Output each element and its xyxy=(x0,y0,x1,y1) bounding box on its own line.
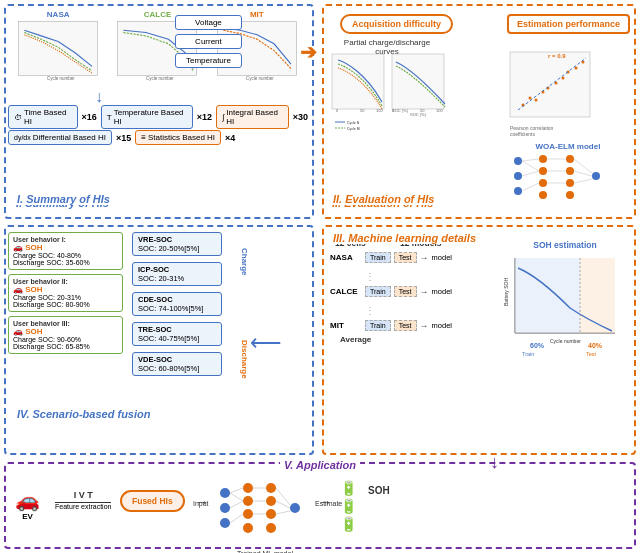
clock-icon: ⏱ xyxy=(14,113,22,122)
behavior-3: User behavior III: 🚗 SOH Charge SOC: 90-… xyxy=(8,316,123,354)
integral-icon: ∫ xyxy=(222,113,224,122)
woaelm-label: WOA-ELM model xyxy=(508,142,628,151)
section-II-title: II. Evaluation of HIs xyxy=(330,193,437,205)
svg-line-56 xyxy=(574,159,592,173)
nasa-row: NASA Train Test → model xyxy=(330,252,515,263)
nasa-chart-svg: Capacity Cycle number xyxy=(10,19,106,81)
soh-curve-svg: Battery SOH Cycle number 60% 40% Train T… xyxy=(500,253,620,363)
vde-label: VDE-SOC xyxy=(138,355,172,364)
arrow-r3: → xyxy=(420,321,429,331)
arrow-down-1: ↓ xyxy=(95,88,103,106)
arrow-r2: → xyxy=(420,287,429,297)
svg-point-40 xyxy=(539,155,547,163)
temp-icon: T xyxy=(107,113,112,122)
arrow-r1: → xyxy=(420,253,429,263)
svg-point-73 xyxy=(243,483,253,493)
svg-point-74 xyxy=(243,496,253,506)
vre-label: VRE-SOC xyxy=(138,235,172,244)
dots-1: ⋮ xyxy=(330,271,515,282)
section-IV-title: IV. Scenario-based fusion xyxy=(14,408,153,420)
section-III-title: III. Machine learning details xyxy=(330,232,479,244)
soh-estimation-area: SOH estimation Battery SOH Cycle number … xyxy=(500,240,630,395)
svg-line-51 xyxy=(522,171,539,176)
section-I-title: I. Summary of HIs xyxy=(14,193,113,205)
svg-text:r = 0.9: r = 0.9 xyxy=(548,53,566,59)
calce-label: CALCE xyxy=(144,10,172,19)
mit-row: MIT Train Test → model xyxy=(330,320,515,331)
svg-point-80 xyxy=(266,523,276,533)
ivt-label: I V T xyxy=(55,490,111,503)
arrow-right-top: ➔ xyxy=(300,40,317,64)
behavior-2: User behavior II: 🚗 SOH Charge SOC: 20-3… xyxy=(8,274,123,312)
diff-hi-label: Differential Based HI xyxy=(33,133,106,142)
svg-line-83 xyxy=(230,493,243,501)
nasa-label: NASA xyxy=(47,10,70,19)
svg-point-70 xyxy=(220,488,230,498)
svg-point-25 xyxy=(535,99,538,102)
discharge-label: Discharge xyxy=(240,340,249,379)
b2-charge: Charge SOC: 20-31% xyxy=(13,294,118,301)
temperature-btn: Temperature xyxy=(175,53,242,68)
calce-test: Test xyxy=(394,286,417,297)
svg-point-42 xyxy=(539,179,547,187)
svg-point-78 xyxy=(266,496,276,506)
time-multiplier: ×16 xyxy=(82,112,97,122)
main-container: I. Summary of HIs II. Evaluation of HIs … xyxy=(0,0,640,553)
est-perf-box: Estimation performance xyxy=(507,14,630,34)
stats-hi-label: Statistics Based HI xyxy=(148,133,215,142)
mit-train: Train xyxy=(365,320,391,331)
svg-rect-7 xyxy=(332,54,384,109)
cde-label: CDE-SOC xyxy=(138,295,173,304)
ev-car-icon: 🚗 xyxy=(15,488,40,512)
charge-discharge-charts: 0 50 100 SOC (%) Discharge voltage Cycle… xyxy=(330,52,450,182)
mit-test: Test xyxy=(394,320,417,331)
svg-line-52 xyxy=(522,183,539,191)
nasa-row-label: NASA xyxy=(330,253,362,262)
svg-point-43 xyxy=(539,191,547,199)
svg-line-90 xyxy=(276,501,290,508)
ev-area: 🚗 EV xyxy=(15,488,40,521)
svg-point-29 xyxy=(562,77,565,80)
vde-range: SOC: 60-80%[5%] xyxy=(138,364,199,373)
calce-train: Train xyxy=(365,286,391,297)
svg-point-76 xyxy=(243,523,253,533)
b1-discharge: Discharge SOC: 35-60% xyxy=(13,259,118,266)
time-hi: ⏱ Time Based HI xyxy=(8,105,78,129)
pearson-svg: r = 0.9 Pearson correlation coefficients xyxy=(508,50,623,140)
integral-hi-label: Integral Based HI xyxy=(226,108,282,126)
app-nn: Trained ML model xyxy=(215,473,315,553)
b3-soh: 🚗 SOH xyxy=(13,327,118,336)
svg-text:50: 50 xyxy=(360,108,365,113)
mit-model: model xyxy=(432,321,452,330)
svg-point-48 xyxy=(592,172,600,180)
svg-line-49 xyxy=(522,159,539,161)
mit-label: MIT xyxy=(250,10,264,19)
icp-range: SOC: 20-31% xyxy=(138,274,184,283)
input-label: Input xyxy=(193,500,209,507)
vde-soc: VDE-SOC SOC: 60-80%[5%] xyxy=(132,352,222,376)
svg-text:100: 100 xyxy=(376,108,383,113)
svg-point-39 xyxy=(514,187,522,195)
svg-point-41 xyxy=(539,167,547,175)
diff-multiplier: ×15 xyxy=(116,133,131,143)
section-title-5: V. Application xyxy=(280,459,360,471)
svg-text:Cycle M: Cycle M xyxy=(347,127,360,131)
temp-hi-label: Temperature Based HI xyxy=(114,108,187,126)
soc-boxes: VRE-SOC SOC: 20-50%[5%] ICP-SOC SOC: 20-… xyxy=(132,232,222,376)
charts-area: NASA Capacity Cycle number CALCE Cycle n… xyxy=(10,10,305,90)
input-buttons: Voltage Current Temperature xyxy=(175,15,242,68)
battery-3: 🔋 xyxy=(340,516,357,532)
svg-rect-22 xyxy=(510,52,590,117)
svg-line-89 xyxy=(276,488,290,505)
vre-soc: VRE-SOC SOC: 20-50%[5%] xyxy=(132,232,222,256)
tre-range: SOC: 40-75%[5%] xyxy=(138,334,199,343)
behavior-1: User behavior I: 🚗 SOH Charge SOC: 40-80… xyxy=(8,232,123,270)
svg-point-46 xyxy=(566,179,574,187)
svg-text:60%: 60% xyxy=(530,342,545,349)
fused-hi-box: Fused HIs xyxy=(120,490,185,512)
soh-est-title: SOH estimation xyxy=(500,240,630,250)
svg-text:Cycle number: Cycle number xyxy=(246,76,274,81)
diff-hi: dy/dx Differential Based HI xyxy=(8,130,112,145)
tre-soc: TRE-SOC SOC: 40-75%[5%] xyxy=(132,322,222,346)
svg-line-58 xyxy=(574,179,592,183)
